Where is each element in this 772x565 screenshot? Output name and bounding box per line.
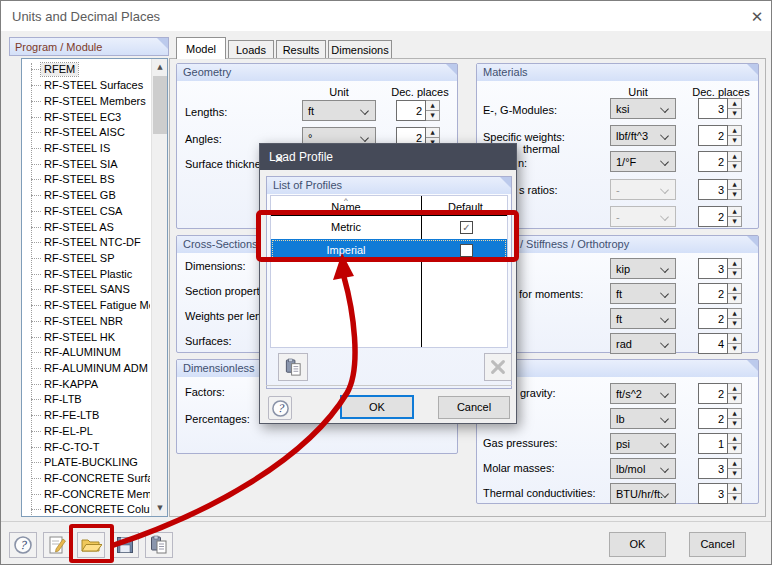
stepper-down-icon[interactable]: ▼ [728,294,742,304]
stepper-up-icon[interactable]: ▲ [728,206,742,217]
close-icon[interactable]: ✕ [745,6,769,28]
stepper-value[interactable]: 2 [698,408,728,429]
thermal-unit-select[interactable]: 1/°F [610,151,676,172]
thermal-conductivities-dec-stepper[interactable]: 3 ▲▼ [698,483,742,504]
ok-button[interactable]: OK [609,532,666,557]
gas-pressures-unit-select[interactable]: psi [610,433,676,454]
profile-name[interactable]: Imperial [271,244,421,256]
stepper-value[interactable]: 3 [698,483,728,504]
stepper-down-icon[interactable]: ▼ [728,269,742,279]
stepper-value[interactable]: 2 [698,206,728,227]
edit-units-button[interactable] [43,532,71,558]
stepper-down-icon[interactable]: ▼ [728,469,742,479]
tab-dimensions[interactable]: Dimensions [328,40,392,58]
copy-profile-button[interactable] [278,353,308,381]
gas-pressures-dec-stepper[interactable]: 1 ▲▼ [698,433,742,454]
modules-unit-select[interactable]: ksi [610,98,676,119]
stepper-up-icon[interactable]: ▲ [426,100,440,111]
stepper-value[interactable]: 2 [698,125,728,146]
stepper-up-icon[interactable]: ▲ [728,483,742,494]
lengths-dec-stepper[interactable]: 2 ▲▼ [396,100,440,121]
gravity-dec-stepper[interactable]: 2 ▲▼ [698,383,742,404]
default-checkbox-checked[interactable]: ✓ [460,221,473,234]
stepper-value[interactable]: 3 [698,98,728,119]
profile-name[interactable]: Metric [271,221,421,233]
list-item[interactable]: RF-STEEL SIA [22,156,150,172]
cancel-button[interactable]: Cancel [689,532,746,557]
stiffness-row4-dec-stepper[interactable]: 4 ▲▼ [698,333,742,354]
stiffness-row4-unit-select[interactable]: rad [610,333,676,354]
scrollbar-thumb[interactable] [153,76,167,134]
list-item[interactable]: RF-STEEL SANS [22,282,150,298]
stepper-value[interactable]: 2 [698,308,728,329]
list-item[interactable]: RF-STEEL NBR [22,314,150,330]
stepper-down-icon[interactable]: ▼ [728,444,742,454]
list-item[interactable]: RF-ALUMINUM [22,345,150,361]
stiffness-row2-unit-select[interactable]: ft [610,283,676,304]
list-item[interactable]: RF-CONCRETE Surfac [22,471,150,487]
list-item[interactable]: RF-STEEL EC3 [22,109,150,125]
list-item[interactable]: RF-CONCRETE Colum [22,502,150,517]
tab-results[interactable]: Results [276,40,326,58]
tab-model[interactable]: Model [176,37,226,59]
table-row-metric[interactable]: Metric ✓ [271,216,507,239]
stepper-down-icon[interactable]: ▼ [728,344,742,354]
stepper-up-icon[interactable]: ▲ [728,433,742,444]
list-item[interactable]: RF-STEEL CSA [22,203,150,219]
list-item[interactable]: RF-STEEL NTC-DF [22,235,150,251]
stiffness-row3-dec-stepper[interactable]: 2 ▲▼ [698,308,742,329]
stepper-up-icon[interactable]: ▲ [728,408,742,419]
list-item[interactable]: RF-STEEL GB [22,188,150,204]
stepper-up-icon[interactable]: ▲ [728,283,742,294]
stepper-value[interactable]: 2 [698,151,728,172]
load-profile-title-bar[interactable]: Load Profile ✕ [260,144,516,170]
modules-dec-stepper[interactable]: 3 ▲▼ [698,98,742,119]
specific-weights-dec-stepper[interactable]: 2 ▲▼ [698,125,742,146]
scrollbar[interactable]: ▲ ▼ [151,59,167,516]
list-item[interactable]: RF-STEEL IS [22,141,150,157]
default-checkbox-unchecked[interactable] [460,244,473,257]
other-row2-unit-select[interactable]: lb [610,408,676,429]
list-item[interactable]: RF-STEEL Surfaces [22,78,150,94]
stepper-value[interactable]: 3 [698,458,728,479]
molar-masses-unit-select[interactable]: lb/mol [610,458,676,479]
stepper-down-icon[interactable]: ▼ [728,217,742,227]
stiffness-row1-unit-select[interactable]: kip [610,258,676,279]
stepper-up-icon[interactable]: ▲ [728,308,742,319]
save-profile-button[interactable] [111,532,139,558]
list-item[interactable]: RF-CONCRETE Memb [22,486,150,502]
dialog-cancel-button[interactable]: Cancel [438,396,510,419]
ratios-dec-stepper[interactable]: 3 ▲▼ [698,179,742,200]
stepper-value[interactable]: 1 [698,433,728,454]
tab-loads[interactable]: Loads [228,40,274,58]
list-item[interactable]: PLATE-BUCKLING [22,455,150,471]
stiffness-row2-dec-stepper[interactable]: 2 ▲▼ [698,283,742,304]
stepper-up-icon[interactable]: ▲ [728,179,742,190]
stepper-value[interactable]: 3 [698,258,728,279]
close-icon[interactable]: ✕ [269,150,289,168]
specific-weights-unit-select[interactable]: lbf/ft^3 [610,125,676,146]
materials-row5-dec-stepper[interactable]: 2 ▲▼ [698,206,742,227]
stepper-value[interactable]: 2 [698,383,728,404]
list-item[interactable]: RF-ALUMINUM ADM [22,361,150,377]
help-button[interactable]: ? [268,396,292,420]
stepper-up-icon[interactable]: ▲ [728,383,742,394]
list-item[interactable]: RF-KAPPA [22,376,150,392]
table-row-imperial-selected[interactable]: Imperial [271,239,507,262]
stepper-down-icon[interactable]: ▼ [728,394,742,404]
stepper-up-icon[interactable]: ▲ [426,127,440,138]
stepper-up-icon[interactable]: ▲ [728,458,742,469]
stepper-up-icon[interactable]: ▲ [728,258,742,269]
stepper-up-icon[interactable]: ▲ [728,125,742,136]
paste-profile-button[interactable] [145,532,173,558]
scroll-up-icon[interactable]: ▲ [152,59,168,75]
lengths-unit-select[interactable]: ft [302,100,376,121]
stepper-down-icon[interactable]: ▼ [426,111,440,121]
gravity-unit-select[interactable]: ft/s^2 [610,383,676,404]
thermal-dec-stepper[interactable]: 2 ▲▼ [698,151,742,172]
stepper-down-icon[interactable]: ▼ [728,162,742,172]
list-item[interactable]: RF-C-TO-T [22,439,150,455]
stepper-up-icon[interactable]: ▲ [728,98,742,109]
stepper-value[interactable]: 2 [396,100,426,121]
stiffness-row1-dec-stepper[interactable]: 3 ▲▼ [698,258,742,279]
